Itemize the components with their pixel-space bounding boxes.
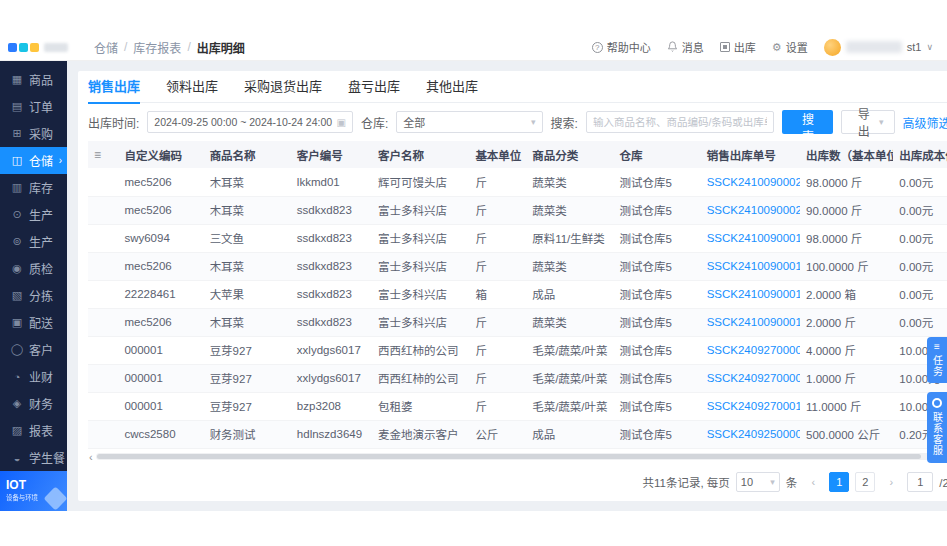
warehouse-select[interactable]: 全部 ▾ [396,111,542,133]
prev-page-button[interactable]: ‹ [803,472,823,492]
scrollbar-thumb[interactable] [97,454,922,459]
cell: 原料11/生鲜类 [526,224,613,252]
table-row: swy6094三文鱼ssdkxd823富士多科兴店斤原料11/生鲜类测试仓库5S… [88,224,947,252]
sidebar-item-studentmeal[interactable]: ◒学生餐 [0,444,67,471]
cell: ssdkxd823 [291,252,372,280]
tab-loss-out[interactable]: 盘亏出库 [348,71,400,103]
outbound-order-link[interactable]: SSCK24092700004 [701,364,800,392]
production-icon: ⊙ [11,208,23,221]
advanced-filter-link[interactable]: 高级筛选 ∨ [903,114,947,131]
chevron-down-icon: ▾ [531,117,536,127]
scroll-left-icon[interactable]: ‹ [88,452,94,462]
topbar-action-screen[interactable]: 出库 [720,39,756,55]
cell: 木耳菜 [204,252,291,280]
outbound-order-link[interactable]: SSCK24092500004 [701,420,800,448]
cell: 斤 [469,168,526,196]
cell: lkkmd01 [291,168,372,196]
tab-picking-out[interactable]: 领料出库 [166,71,218,103]
breadcrumb-item[interactable]: 仓储 [94,39,118,56]
outbound-order-link[interactable]: SSCK24092700011 [701,392,800,420]
next-page-button[interactable]: › [881,472,901,492]
cell: 0.00元 [893,168,947,196]
cell: 斤 [469,392,526,420]
cell: 毛菜/蔬菜/叶菜 [526,364,613,392]
cell: mec5206 [118,308,203,336]
outbound-order-link[interactable]: SSCK24100900015 [701,280,800,308]
sidebar-item-warehouse[interactable]: ◫仓储› [0,147,67,174]
sidebar-item-label: 商品 [29,71,53,88]
table-row: cwcs2580财务测试hdlnszd3649麦金地演示客户公斤成品测试仓库5S… [88,420,947,448]
sidebar-item-sorting[interactable]: ▧分拣 [0,282,67,309]
row-selector-cell [88,280,118,308]
sidebar-item-finance[interactable]: ◈财务 [0,390,67,417]
cell: 斤 [469,252,526,280]
sidebar-item-production[interactable]: ⊙生产 [0,201,67,228]
sidebar-item-production2[interactable]: ⊚生产 [0,228,67,255]
sidebar-item-quality[interactable]: ◉质检 [0,255,67,282]
bizfinance-icon: ◔ [11,371,23,383]
sidebar-item-goods[interactable]: ▦商品 [0,66,67,93]
table-row: 000001豆芽927bzp3208包租婆斤毛菜/蔬菜/叶菜测试仓库5SSCK2… [88,392,947,420]
tab-other-out[interactable]: 其他出库 [426,71,478,103]
cell: 测试仓库5 [613,308,700,336]
sidebar-item-purchase[interactable]: ⊞采购 [0,120,67,147]
cell: 西西红柿的公司 [372,336,469,364]
outbound-order-link[interactable]: SSCK24100900017 [701,252,800,280]
sidebar-item-customer[interactable]: ◯客户 [0,336,67,363]
page-button-1[interactable]: 1 [829,472,849,492]
sidebar-item-reports[interactable]: ▨报表 [0,417,67,444]
breadcrumb-item[interactable]: 库存报表 [133,39,181,56]
topbar-action-message[interactable]: 消息 [667,39,704,55]
page-jump-input[interactable] [907,472,933,492]
tab-sales-out[interactable]: 销售出库 [88,71,140,103]
sidebar-item-label: 业财 [29,368,53,385]
export-button[interactable]: 导出 ▾ [841,110,894,134]
task-float-button[interactable]: ≡ 任务 [927,337,947,383]
cell: 蔬菜类 [526,196,613,224]
cell: 蔬菜类 [526,252,613,280]
outbound-order-link[interactable]: SSCK24092700004 [701,336,800,364]
cell: 000001 [118,392,203,420]
user-menu[interactable]: st1 ∨ [824,39,933,56]
sidebar-item-orders[interactable]: ▤订单 [0,93,67,120]
sidebar-item-delivery[interactable]: ▣配送 [0,309,67,336]
scrollbar-track[interactable] [96,453,947,460]
outbound-order-link[interactable]: SSCK24100900015 [701,308,800,336]
cell: 500.0000 公斤 [800,420,893,448]
sidebar-item-bizfinance[interactable]: ◔业财 [0,363,67,390]
cell: 木耳菜 [204,168,291,196]
cell: 豆芽927 [204,364,291,392]
column-header-9: 出库成本价 [893,141,947,168]
logo-square-3 [30,43,39,52]
cell: 测试仓库5 [613,392,700,420]
sidebar-item-stock[interactable]: ▥库存 [0,174,67,201]
topbar-action-label: 消息 [682,39,704,55]
outbound-order-link[interactable]: SSCK24100900017 [701,224,800,252]
cell: 富士多科兴店 [372,196,469,224]
cell: 测试仓库5 [613,252,700,280]
tab-purchase-return-out[interactable]: 采购退货出库 [244,71,322,103]
iot-logo-text: IOT [6,479,46,492]
topbar-action-help[interactable]: ?帮助中心 [592,39,651,55]
outbound-order-link[interactable]: SSCK24100900020 [701,196,800,224]
topbar-actions: ?帮助中心消息出库⚙设置 [592,39,808,55]
table-row: 000001豆芽927xxlydgs6017西西红柿的公司斤毛菜/蔬菜/叶菜测试… [88,336,947,364]
date-range-input[interactable]: 2024-09-25 00:00 ~ 2024-10-24 24:00 ▣ [147,111,353,133]
column-settings-header[interactable]: ≡ [88,141,118,168]
page-size-select[interactable]: 10▾ [736,472,780,492]
customer-service-float-button[interactable]: 联系客服 [927,392,947,463]
sidebar-menu: ▦商品▤订单⊞采购◫仓储›▥库存⊙生产⊚生产◉质检▧分拣▣配送◯客户◔业财◈财务… [0,61,67,471]
logo-blur [44,43,68,52]
page-button-2[interactable]: 2 [855,472,875,492]
search-button[interactable]: 搜索 [782,110,833,134]
column-header-7: 销售出库单号 [701,141,800,168]
topbar-action-settings[interactable]: ⚙设置 [772,39,808,55]
cell: ssdkxd823 [291,308,372,336]
sidebar-item-label: 订单 [29,98,53,115]
cell: xxlydgs6017 [291,364,372,392]
cell: 测试仓库5 [613,420,700,448]
search-input[interactable] [586,111,774,133]
table-row: mec5206木耳菜ssdkxd823富士多科兴店斤蔬菜类测试仓库5SSCK24… [88,308,947,336]
outbound-order-link[interactable]: SSCK24100900021 [701,168,800,196]
bell-icon [667,41,678,54]
